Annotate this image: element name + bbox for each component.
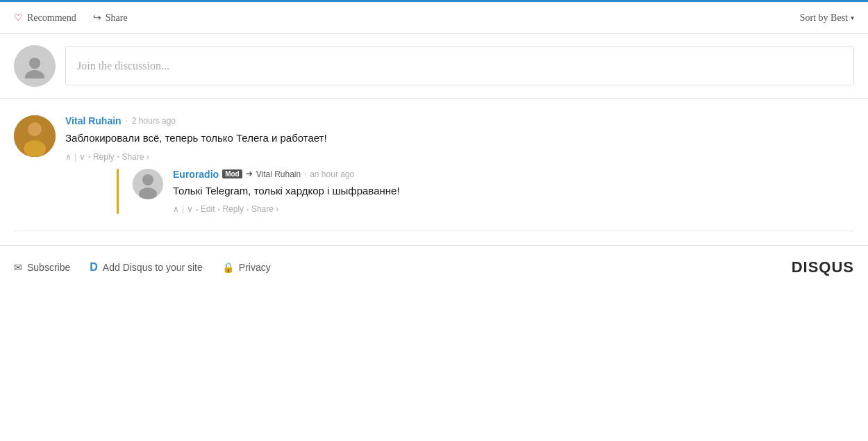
- comments-section: Vital Ruhain · 2 hours ago Заблокировали…: [0, 99, 868, 245]
- reply-container: Euroradio Mod ➜ Vital Ruhain · an hour a…: [117, 169, 854, 215]
- svg-point-0: [29, 58, 40, 69]
- share-label: Share: [106, 13, 128, 24]
- reply-time: an hour ago: [310, 169, 354, 179]
- reply-share-link[interactable]: Share ›: [251, 204, 278, 214]
- comment-text: Заблокировали всё, теперь только Телега …: [65, 131, 854, 147]
- privacy-label: Privacy: [239, 262, 271, 273]
- svg-point-7: [142, 174, 153, 185]
- email-icon: ✉: [14, 262, 22, 273]
- discussion-input[interactable]: Join the discussion...: [65, 47, 854, 85]
- footer: ✉ Subscribe D Add Disqus to your site 🔒 …: [0, 245, 868, 289]
- comment-body: Vital Ruhain · 2 hours ago Заблокировали…: [65, 115, 854, 214]
- share-link[interactable]: Share ›: [122, 152, 149, 162]
- sort-by-dropdown[interactable]: Sort by Best ▾: [800, 13, 854, 24]
- subscribe-button[interactable]: ✉ Subscribe: [14, 262, 70, 273]
- recommend-label: Recommend: [27, 13, 76, 24]
- table-row: Vital Ruhain · 2 hours ago Заблокировали…: [14, 106, 854, 224]
- share-icon: ↪: [93, 12, 101, 24]
- svg-point-3: [28, 122, 42, 136]
- reply-edit-button[interactable]: Edit: [201, 204, 215, 214]
- reply-author[interactable]: Euroradio: [173, 169, 219, 180]
- disqus-container: Recommend ↪ Share Sort by Best ▾ Join th…: [0, 0, 868, 289]
- reply-downvote-button[interactable]: ∨: [187, 204, 193, 214]
- comment-input-area: Join the discussion...: [0, 34, 868, 99]
- upvote-button[interactable]: ∧: [65, 152, 72, 162]
- reply-avatar-icon: [133, 169, 163, 199]
- reply-button[interactable]: Reply: [93, 152, 115, 162]
- top-bar-left: Recommend ↪ Share: [14, 12, 128, 24]
- recommend-button[interactable]: Recommend: [14, 12, 76, 24]
- disqus-d-icon: D: [90, 261, 98, 274]
- reply-text: Толькі Telegram, толькі хардкор і шыфрав…: [173, 183, 854, 199]
- guest-avatar: [14, 45, 56, 87]
- reply-meta: Euroradio Mod ➜ Vital Ruhain · an hour a…: [173, 169, 854, 180]
- comment-meta: Vital Ruhain · 2 hours ago: [65, 115, 854, 126]
- share-button[interactable]: ↪ Share: [93, 12, 128, 24]
- downvote-button[interactable]: ∨: [79, 152, 85, 162]
- svg-point-5: [24, 140, 46, 157]
- comment-time: 2 hours ago: [132, 116, 176, 126]
- reply-avatar: [133, 169, 163, 199]
- reply-border: [117, 169, 119, 215]
- privacy-button[interactable]: 🔒 Privacy: [222, 262, 271, 273]
- reply-upvote-button[interactable]: ∧: [173, 204, 179, 214]
- guest-avatar-icon: [22, 53, 47, 78]
- add-disqus-button[interactable]: D Add Disqus to your site: [90, 261, 203, 274]
- subscribe-label: Subscribe: [27, 262, 70, 273]
- disqus-logo: DISQUS: [792, 258, 854, 276]
- comment-author[interactable]: Vital Ruhain: [65, 115, 122, 126]
- add-disqus-label: Add Disqus to your site: [103, 262, 203, 273]
- chevron-down-icon: ▾: [851, 14, 854, 22]
- avatar: [14, 115, 56, 157]
- reply-body: Euroradio Mod ➜ Vital Ruhain · an hour a…: [173, 169, 854, 215]
- reply-to-label: Vital Ruhain: [256, 169, 301, 179]
- comment-actions: ∧ | ∨ • Reply • Share ›: [65, 152, 854, 162]
- top-bar: Recommend ↪ Share Sort by Best ▾: [0, 0, 868, 34]
- reply-actions: ∧ | ∨ • Edit • Reply • Share ›: [173, 204, 854, 214]
- reply-arrow-icon: ➜: [246, 169, 253, 179]
- mod-badge: Mod: [222, 169, 242, 178]
- sort-by-label: Sort by Best: [800, 13, 848, 24]
- user-avatar-img: [14, 115, 56, 157]
- discussion-placeholder: Join the discussion...: [77, 60, 169, 72]
- heart-icon: [14, 12, 23, 24]
- svg-point-1: [25, 70, 44, 78]
- lock-icon: 🔒: [222, 262, 234, 273]
- reply-reply-button[interactable]: Reply: [222, 204, 244, 214]
- footer-left: ✉ Subscribe D Add Disqus to your site 🔒 …: [14, 261, 271, 274]
- divider: [14, 231, 854, 231]
